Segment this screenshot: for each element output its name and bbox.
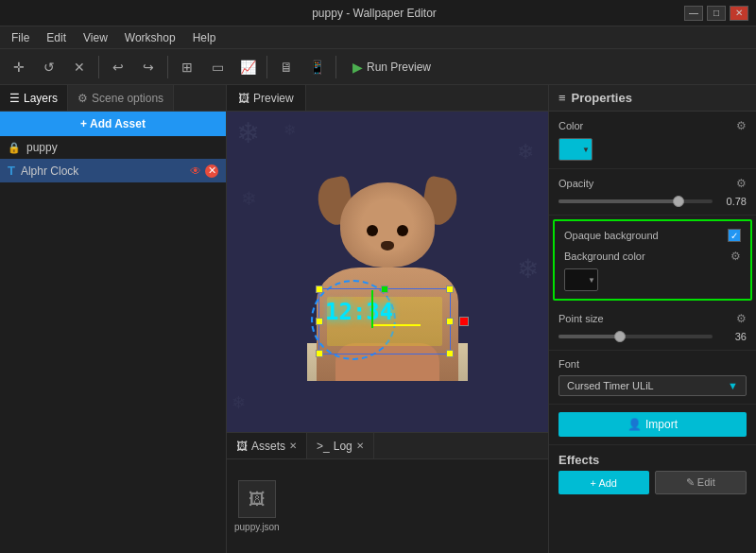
opacity-gear[interactable]: ⚙ [736, 177, 747, 190]
tab-assets[interactable]: 🖼 Assets ✕ [227, 433, 307, 458]
opacity-section: Opacity ⚙ 0.78 [549, 169, 756, 216]
bg-color-gear[interactable]: ⚙ [730, 250, 741, 263]
grid-button[interactable]: ⊞ [174, 54, 200, 80]
preview-area: ❄ ❄ ❄ ❄ ❄ ❄ [227, 112, 548, 432]
tab-log-label: Log [334, 440, 352, 453]
puppy-nose [381, 241, 394, 251]
point-size-value: 36 [718, 331, 747, 342]
effects-add-button[interactable]: + Add [558, 471, 649, 494]
preview-icon: 🖼 [238, 92, 249, 105]
lock-icon: 🔒 [8, 142, 21, 154]
import-section: 👤 Import [549, 405, 756, 445]
point-size-fill [558, 335, 620, 338]
tab-scene-options[interactable]: ⚙ Scene options [68, 85, 174, 111]
handle-right-red[interactable] [459, 317, 469, 326]
color-dropdown-arrow: ▼ [582, 146, 590, 154]
tab-preview[interactable]: 🖼 Preview [227, 85, 306, 111]
preview-tab-bar: 🖼 Preview [227, 85, 548, 112]
maximize-button[interactable]: □ [707, 6, 726, 21]
tab-scene-options-label: Scene options [92, 92, 163, 105]
asset-item-puppy[interactable]: 🖼 puppy.json [234, 480, 280, 532]
color-gear[interactable]: ⚙ [736, 119, 747, 132]
menu-bar: File Edit View Workshop Help [0, 26, 756, 49]
font-label: Font [558, 358, 747, 370]
menu-file[interactable]: File [4, 29, 37, 46]
close-button[interactable]: ✕ [730, 6, 748, 21]
undo-button[interactable]: ↩ [105, 54, 131, 80]
import-icon: 👤 [627, 418, 642, 431]
color-section: Color ⚙ ▼ [549, 112, 756, 169]
effects-header: Effects [549, 445, 756, 471]
menu-edit[interactable]: Edit [39, 29, 74, 46]
properties-header: ≡ Properties [549, 85, 756, 112]
phone-button[interactable]: 📱 [303, 54, 330, 80]
assets-icon: 🖼 [236, 440, 248, 453]
opacity-slider[interactable] [558, 199, 713, 203]
bottom-tabs: 🖼 Assets ✕ >_ Log ✕ [227, 432, 548, 458]
opaque-bg-row: Opaque background ✓ [564, 229, 741, 242]
bg-color-swatch[interactable]: ▼ [564, 268, 598, 291]
menu-help[interactable]: Help [185, 29, 224, 46]
toolbar: ✛ ↺ ✕ ↩ ↪ ⊞ ▭ 📈 🖥 📱 ▶ Run Preview [0, 49, 756, 85]
font-dropdown-arrow: ▼ [728, 380, 738, 391]
point-size-thumb[interactable] [614, 331, 626, 342]
window-title: puppy - Wallpaper Editor [64, 7, 684, 20]
point-size-slider[interactable] [558, 335, 713, 338]
separator-1 [98, 56, 99, 78]
layer-item-puppy[interactable]: 🔒 puppy [0, 136, 226, 159]
opacity-thumb[interactable] [673, 196, 684, 207]
window-controls: — □ ✕ [684, 6, 748, 21]
close-log-tab[interactable]: ✕ [356, 441, 364, 451]
delete-layer-button[interactable]: ✕ [205, 164, 218, 178]
point-size-gear[interactable]: ⚙ [736, 312, 747, 325]
run-preview-button[interactable]: ▶ Run Preview [342, 55, 441, 79]
import-label: Import [645, 418, 678, 431]
menu-view[interactable]: View [76, 29, 115, 46]
layer-item-clock[interactable]: T Alphr Clock 👁 ✕ [0, 159, 226, 182]
import-button[interactable]: 👤 Import [558, 412, 747, 437]
transform-tool-button[interactable]: ✕ [66, 54, 93, 80]
right-panel: ≡ Properties Color ⚙ ▼ Opacity ⚙ [548, 85, 756, 553]
run-preview-label: Run Preview [367, 60, 431, 74]
move-tool-button[interactable]: ✛ [6, 54, 32, 80]
rotate-tool-button[interactable]: ↺ [36, 54, 62, 80]
effects-buttons: + Add ✎ Edit [549, 471, 756, 502]
point-size-section: Point size ⚙ 36 [549, 304, 756, 351]
color-swatch[interactable]: ▼ [558, 138, 593, 161]
font-section: Font Cursed Timer ULiL ▼ [549, 351, 756, 405]
tab-assets-label: Assets [251, 440, 285, 453]
rect-button[interactable]: ▭ [204, 54, 231, 80]
puppy-eye-left [367, 225, 378, 236]
center-area: 🖼 Preview ❄ ❄ ❄ ❄ ❄ ❄ [227, 85, 548, 553]
layer-puppy-label: puppy [26, 141, 58, 154]
puppy-face [340, 182, 435, 268]
tab-log[interactable]: >_ Log ✕ [307, 433, 374, 458]
separator-3 [266, 56, 267, 78]
menu-workshop[interactable]: Workshop [117, 29, 183, 46]
arrow-right-line [373, 324, 421, 326]
font-dropdown[interactable]: Cursed Timer ULiL ▼ [558, 375, 747, 396]
minimize-button[interactable]: — [684, 6, 703, 21]
redo-button[interactable]: ↪ [135, 54, 162, 80]
effects-edit-button[interactable]: ✎ Edit [655, 471, 747, 494]
tab-layers-label: Layers [24, 92, 58, 105]
puppy-preview-image: 12:34 [307, 164, 468, 381]
chart-button[interactable]: 📈 [234, 54, 261, 80]
tab-layers[interactable]: ☰ Layers [0, 85, 68, 111]
layer-clock-label: Alphr Clock [21, 164, 78, 178]
point-size-slider-row: 36 [558, 331, 747, 342]
separator-2 [167, 56, 168, 78]
puppy-paws [335, 343, 439, 381]
display-button[interactable]: 🖥 [273, 54, 300, 80]
play-icon: ▶ [352, 60, 363, 75]
properties-icon: ≡ [558, 91, 566, 105]
asset-icon-puppy: 🖼 [238, 480, 276, 518]
puppy-eye-right [397, 225, 408, 236]
add-asset-button[interactable]: + Add Asset [0, 112, 226, 136]
opacity-label: Opacity ⚙ [558, 177, 747, 190]
text-icon: T [8, 164, 15, 178]
asset-name-puppy: puppy.json [234, 522, 280, 532]
eye-icon[interactable]: 👁 [190, 164, 201, 178]
close-assets-tab[interactable]: ✕ [289, 441, 297, 451]
opaque-bg-checkbox[interactable]: ✓ [728, 229, 741, 242]
